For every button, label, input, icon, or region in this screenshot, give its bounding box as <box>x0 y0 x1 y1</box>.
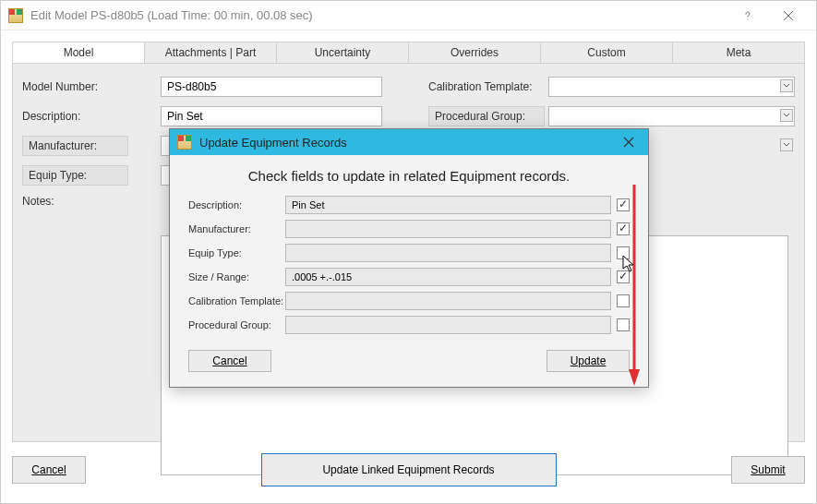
app-icon <box>8 8 23 23</box>
dialog-cancel-button[interactable]: Cancel <box>188 350 271 372</box>
dlg-cal-template-checkbox[interactable] <box>617 294 630 307</box>
dlg-proc-group-input[interactable] <box>285 316 611 334</box>
label-calibration-template: Calibration Template: <box>428 80 548 93</box>
label-description: Description: <box>22 110 161 123</box>
tab-custom[interactable]: Custom <box>540 42 673 63</box>
dlg-size-range-checkbox[interactable] <box>617 270 630 283</box>
window-title: Edit Model PS-d80b5 (Load Time: 00 min, … <box>30 8 727 22</box>
cancel-button[interactable]: Cancel <box>12 456 86 484</box>
dialog-update-label: Update <box>571 354 607 367</box>
dlg-label-manufacturer: Manufacturer: <box>188 223 285 234</box>
update-equipment-dialog: Update Equipment Records Check fields to… <box>169 128 649 388</box>
dialog-cancel-label: Cancel <box>212 354 246 367</box>
dlg-label-cal-template: Calibration Template: <box>188 295 285 306</box>
dialog-title: Update Equipment Records <box>199 136 617 150</box>
tab-model[interactable]: Model <box>12 42 145 63</box>
tab-meta[interactable]: Meta <box>672 42 805 63</box>
chevron-down-icon[interactable] <box>780 109 793 122</box>
dialog-update-button[interactable]: Update <box>547 350 630 372</box>
dlg-equip-type-checkbox[interactable] <box>617 246 630 259</box>
submit-button[interactable]: Submit <box>731 456 805 484</box>
dlg-cal-template-input[interactable] <box>285 292 611 310</box>
tab-uncertainty[interactable]: Uncertainty <box>276 42 409 63</box>
titlebar: Edit Model PS-d80b5 (Load Time: 00 min, … <box>1 1 816 30</box>
tab-overrides[interactable]: Overrides <box>408 42 541 63</box>
dialog-close-button[interactable] <box>617 133 641 151</box>
close-button[interactable] <box>768 2 809 30</box>
dlg-proc-group-checkbox[interactable] <box>617 318 630 331</box>
chevron-down-icon[interactable] <box>780 138 793 151</box>
label-equip-type: Equip Type: <box>22 165 128 186</box>
dlg-label-size-range: Size / Range: <box>188 271 285 282</box>
chevron-down-icon[interactable] <box>780 79 793 92</box>
dialog-titlebar: Update Equipment Records <box>170 129 648 155</box>
dlg-manufacturer-checkbox[interactable] <box>617 222 630 235</box>
label-model-number: Model Number: <box>22 80 161 93</box>
model-number-input[interactable] <box>161 77 382 97</box>
dlg-label-description: Description: <box>188 199 285 210</box>
dialog-lead-text: Check fields to update in related Equipm… <box>170 155 648 193</box>
update-linked-button[interactable]: Update Linked Equipment Records <box>261 453 557 486</box>
cancel-button-label: Cancel <box>31 463 66 476</box>
calibration-template-combo[interactable] <box>548 77 795 97</box>
label-manufacturer: Manufacturer: <box>22 136 128 156</box>
label-procedural-group: Procedural Group: <box>428 106 545 126</box>
tab-attachments[interactable]: Attachments | Part Numbers <box>144 42 277 63</box>
main-window: Edit Model PS-d80b5 (Load Time: 00 min, … <box>0 0 817 504</box>
dlg-manufacturer-input[interactable] <box>285 220 611 238</box>
dlg-label-proc-group: Procedural Group: <box>188 319 285 330</box>
help-button[interactable] <box>727 2 768 30</box>
description-input[interactable] <box>161 106 382 126</box>
submit-button-label: Submit <box>751 463 785 476</box>
dlg-size-range-input[interactable] <box>285 268 611 286</box>
bottom-bar: Cancel Update Linked Equipment Records S… <box>12 448 805 492</box>
dlg-label-equip-type: Equip Type: <box>188 247 285 258</box>
update-linked-label: Update Linked Equipment Records <box>322 463 494 476</box>
dlg-description-input[interactable] <box>285 196 611 214</box>
app-icon <box>177 135 192 150</box>
procedural-group-combo[interactable] <box>548 106 795 126</box>
dlg-equip-type-input[interactable] <box>285 244 611 262</box>
tab-bar: Model Attachments | Part Numbers Uncerta… <box>12 42 805 64</box>
label-notes: Notes: <box>22 195 161 208</box>
dlg-description-checkbox[interactable] <box>617 198 630 211</box>
